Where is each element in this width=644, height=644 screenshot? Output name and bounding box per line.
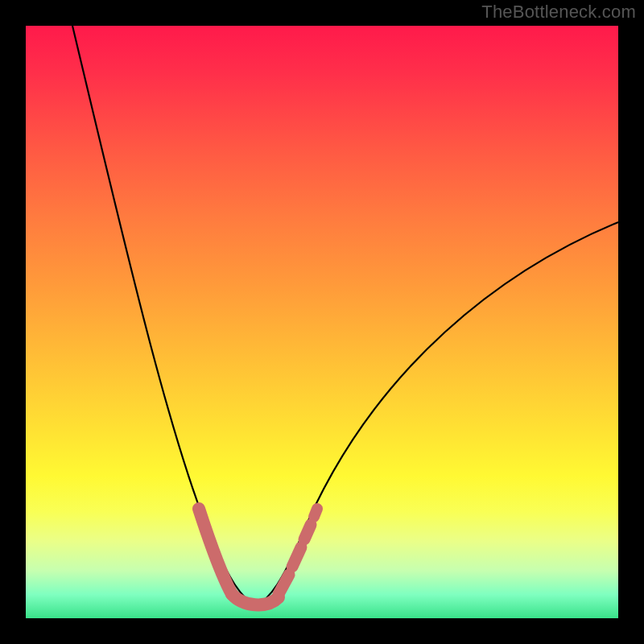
curve-layer — [26, 26, 618, 618]
marker-left-segment — [199, 509, 232, 594]
bottleneck-curve — [72, 26, 618, 605]
marker-right-dot-1 — [279, 575, 289, 594]
chart-stage: TheBottleneck.com — [0, 0, 644, 644]
marker-right-dot-3 — [304, 525, 311, 539]
plot-area — [26, 26, 618, 618]
watermark-text: TheBottleneck.com — [481, 2, 636, 23]
marker-bottom-segment — [232, 594, 279, 605]
marker-right-dot-2 — [292, 547, 301, 567]
marker-right-dot-4 — [314, 509, 317, 517]
